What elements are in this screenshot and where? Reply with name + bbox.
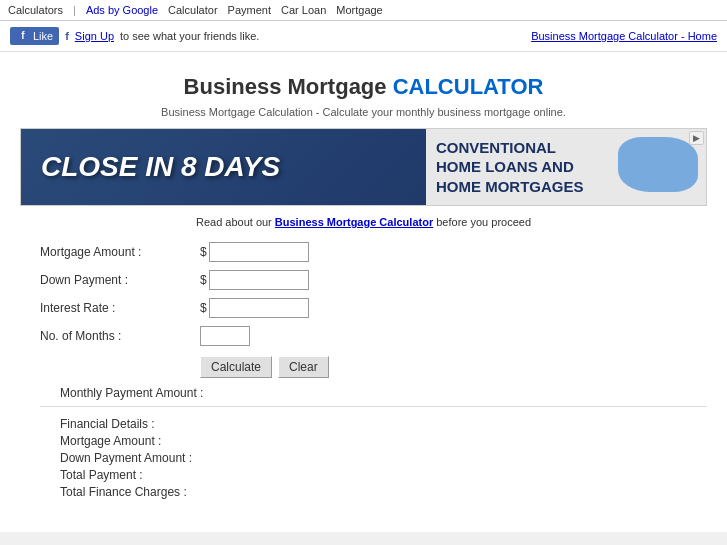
months-label: No. of Months : bbox=[40, 329, 200, 343]
bmc-link[interactable]: Business Mortgage Calculator bbox=[275, 216, 433, 228]
map-shape bbox=[618, 137, 698, 192]
fb-like-area: f Like f Sign Up to see what your friend… bbox=[10, 27, 259, 45]
ad-title: CONVENTIONAL HOME LOANS AND HOME MORTGAG… bbox=[436, 138, 584, 197]
dollar-sign-3: $ bbox=[200, 301, 207, 315]
button-row: Calculate Clear bbox=[40, 356, 707, 378]
separator: | bbox=[73, 4, 76, 16]
fb-description: to see what your friends like. bbox=[120, 30, 259, 42]
down-payment-label: Down Payment : bbox=[40, 273, 200, 287]
ad-right-section: CONVENTIONAL HOME LOANS AND HOME MORTGAG… bbox=[426, 129, 706, 205]
nav-calculator[interactable]: Calculator bbox=[168, 4, 218, 16]
calculators-label: Calculators bbox=[8, 4, 63, 16]
monthly-payment-label: Monthly Payment Amount : bbox=[60, 386, 707, 400]
facebook-icon: f bbox=[16, 29, 30, 43]
months-row: No. of Months : bbox=[40, 326, 707, 346]
read-about-prefix: Read about our bbox=[196, 216, 275, 228]
read-about-suffix: before you proceed bbox=[433, 216, 531, 228]
nav-car-loan[interactable]: Car Loan bbox=[281, 4, 326, 16]
interest-rate-input[interactable] bbox=[209, 298, 309, 318]
result-section: Monthly Payment Amount : bbox=[40, 386, 707, 400]
ad-left-text: CLOSE IN 8 DAYS bbox=[21, 141, 426, 193]
clear-button[interactable]: Clear bbox=[278, 356, 329, 378]
nav-mortgage[interactable]: Mortgage bbox=[336, 4, 382, 16]
ads-by-google[interactable]: Ads by Google bbox=[86, 4, 158, 16]
title-main: Business Mortgage bbox=[184, 74, 393, 99]
financial-details-label: Financial Details : bbox=[60, 417, 707, 431]
top-nav: Calculators | Ads by Google Calculator P… bbox=[0, 0, 727, 21]
facebook-bar: f Like f Sign Up to see what your friend… bbox=[0, 21, 727, 52]
like-label: Like bbox=[33, 30, 53, 42]
mortgage-amount-result: Mortgage Amount : bbox=[60, 434, 707, 448]
mortgage-amount-input[interactable] bbox=[209, 242, 309, 262]
title-accent: CALCULATOR bbox=[393, 74, 544, 99]
dollar-sign-2: $ bbox=[200, 273, 207, 287]
dollar-sign-1: $ bbox=[200, 245, 207, 259]
down-payment-input[interactable] bbox=[209, 270, 309, 290]
page-content: Business Mortgage CALCULATOR Business Mo… bbox=[0, 52, 727, 532]
mortgage-amount-row: Mortgage Amount : $ bbox=[40, 242, 707, 262]
total-finance-result: Total Finance Charges : bbox=[60, 485, 707, 499]
interest-rate-label: Interest Rate : bbox=[40, 301, 200, 315]
divider bbox=[40, 406, 707, 407]
read-about: Read about our Business Mortgage Calcula… bbox=[20, 216, 707, 228]
down-payment-row: Down Payment : $ bbox=[40, 270, 707, 290]
fb-icon-2: f bbox=[65, 30, 69, 42]
subtitle: Business Mortgage Calculation - Calculat… bbox=[20, 106, 707, 118]
page-title: Business Mortgage CALCULATOR bbox=[20, 74, 707, 100]
interest-rate-row: Interest Rate : $ bbox=[40, 298, 707, 318]
mortgage-amount-label: Mortgage Amount : bbox=[40, 245, 200, 259]
down-payment-amount-result: Down Payment Amount : bbox=[60, 451, 707, 465]
nav-payment[interactable]: Payment bbox=[228, 4, 271, 16]
total-payment-result: Total Payment : bbox=[60, 468, 707, 482]
financial-details: Financial Details : Mortgage Amount : Do… bbox=[40, 417, 707, 499]
signup-link[interactable]: Sign Up bbox=[75, 30, 114, 42]
ad-label: ▶ bbox=[689, 131, 704, 145]
home-link[interactable]: Business Mortgage Calculator - Home bbox=[531, 30, 717, 42]
calculator-form: Mortgage Amount : $ Down Payment : $ Int… bbox=[20, 242, 707, 499]
ad-banner[interactable]: CLOSE IN 8 DAYS CONVENTIONAL HOME LOANS … bbox=[20, 128, 707, 206]
months-input[interactable] bbox=[200, 326, 250, 346]
calculate-button[interactable]: Calculate bbox=[200, 356, 272, 378]
fb-like-button[interactable]: f Like bbox=[10, 27, 59, 45]
